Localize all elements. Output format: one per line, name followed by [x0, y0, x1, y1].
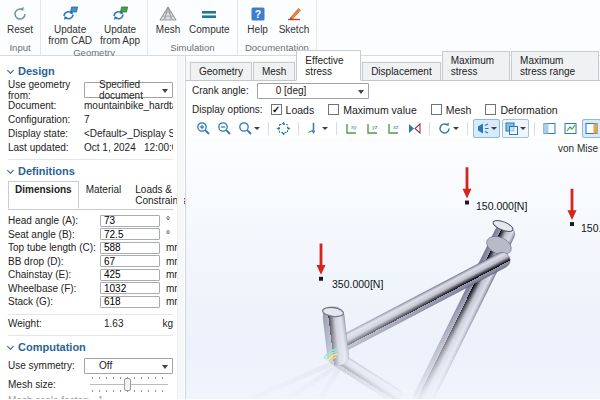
- divider: [534, 122, 535, 135]
- mesh-label: Mesh: [446, 104, 472, 116]
- slider-ticks: [92, 390, 166, 392]
- computation-section-header[interactable]: Computation: [8, 341, 173, 353]
- group-label-input: Input: [3, 41, 37, 55]
- head-angle-field[interactable]: [100, 215, 160, 227]
- update-from-app-button[interactable]: Update from App: [96, 2, 144, 46]
- rotate-view-icon[interactable]: [435, 119, 462, 138]
- checkbox-deformation[interactable]: Deformation: [485, 104, 557, 116]
- wheelbase-label: Wheelbase (F):: [8, 283, 100, 294]
- unit-label: kg: [162, 318, 173, 329]
- use-symmetry-select[interactable]: Off: [84, 358, 173, 374]
- loads-label: Loads: [286, 104, 315, 116]
- mesh-scale-factor-value: 1: [98, 395, 104, 399]
- view-xz-icon[interactable]: xz: [384, 119, 403, 138]
- update-from-cad-button[interactable]: Update from CAD: [44, 2, 96, 46]
- reset-icon: [11, 4, 29, 24]
- load-arrow-350N: [317, 244, 326, 275]
- design-section-header[interactable]: Design: [8, 65, 173, 77]
- panel-plot-icon[interactable]: [561, 119, 580, 138]
- chainstay-field[interactable]: [100, 269, 160, 281]
- svg-text:xz: xz: [393, 124, 399, 130]
- use-symmetry-label: Use symmetry:: [8, 360, 84, 371]
- divider: [298, 122, 299, 135]
- svg-text:yz: yz: [372, 124, 378, 130]
- tab-maximum-stress[interactable]: Maximum stress: [442, 51, 510, 80]
- panel-split-icon[interactable]: [540, 119, 559, 138]
- checkbox-loads[interactable]: ✓ Loads: [271, 104, 315, 116]
- crank-angle-select[interactable]: 0 [deg]: [257, 83, 369, 99]
- collapse-chevron-icon: [7, 342, 14, 349]
- load-arrow-150N-right: [568, 189, 577, 220]
- zoom-out-icon[interactable]: [215, 119, 234, 138]
- tab-geometry[interactable]: Geometry: [190, 62, 252, 80]
- mesh-size-slider[interactable]: [90, 376, 168, 393]
- stack-field[interactable]: [100, 296, 160, 308]
- update-from-app-icon: [110, 4, 130, 24]
- zoom-in-icon[interactable]: [194, 119, 213, 138]
- load-label-350N: 350.000[N]: [332, 278, 383, 290]
- tab-displacement[interactable]: Displacement: [362, 62, 441, 80]
- zoom-extents-icon[interactable]: [274, 119, 293, 138]
- panel-colorbar-icon[interactable]: [582, 119, 600, 138]
- crank-angle-label: Crank angle:: [192, 85, 249, 96]
- load-points: [319, 201, 574, 281]
- display-options-label: Display options:: [192, 104, 263, 115]
- tab-dimensions[interactable]: Dimensions: [8, 181, 79, 209]
- load-arrows: [317, 167, 577, 275]
- definitions-section-header[interactable]: Definitions: [8, 165, 173, 177]
- divider: [336, 122, 337, 135]
- divider: [8, 335, 173, 336]
- head-angle-label: Head angle (A):: [8, 215, 100, 226]
- maximum-value-label: Maximum value: [343, 104, 417, 116]
- checkbox-mesh[interactable]: Mesh: [431, 104, 472, 116]
- stack-label: Stack (G):: [8, 296, 100, 307]
- chevron-down-icon: [322, 127, 328, 130]
- chevron-down-icon: [491, 127, 497, 130]
- bb-drop-field[interactable]: [100, 255, 160, 267]
- sketch-button[interactable]: Sketch: [275, 2, 314, 35]
- ribbon-group-documentation: ? Help Sketch Documentation: [238, 0, 318, 55]
- wheelbase-field[interactable]: [100, 282, 160, 294]
- seat-angle-field[interactable]: [100, 228, 160, 240]
- chevron-down-icon: [162, 365, 168, 369]
- reset-button[interactable]: Reset: [3, 2, 37, 35]
- zoom-box-icon[interactable]: [236, 119, 263, 138]
- load-arrow-150N-left: [463, 167, 472, 198]
- mesh-button[interactable]: Mesh: [151, 2, 185, 35]
- checkbox-maximum-value[interactable]: Maximum value: [328, 104, 417, 116]
- definitions-title: Definitions: [18, 165, 75, 177]
- mesh-icon: [158, 4, 178, 24]
- tab-maximum-stress-range[interactable]: Maximum stress range: [511, 51, 599, 80]
- tab-mesh[interactable]: Mesh: [253, 62, 295, 80]
- use-geometry-from-select[interactable]: Specified document: [84, 82, 173, 98]
- divider: [8, 159, 173, 160]
- sketch-icon: [285, 4, 303, 24]
- document-value: mountainbike_hardtail.SLDPRT: [84, 100, 173, 111]
- ribbon-group-simulation: Mesh Compute Simulation: [148, 0, 238, 55]
- last-updated-label: Last updated:: [8, 142, 84, 153]
- depth-fade: [186, 285, 600, 399]
- top-tube-length-label: Top tube length (C):: [8, 242, 100, 253]
- checkbox-unchecked-icon: [485, 104, 496, 115]
- panel-scrollbar[interactable]: [177, 56, 184, 399]
- tab-material[interactable]: Material: [79, 181, 129, 209]
- mirror-view-icon[interactable]: [405, 119, 424, 138]
- use-symmetry-value: Off: [99, 360, 112, 371]
- divider: [429, 122, 430, 135]
- unit-label: °: [166, 229, 170, 240]
- scene-light-icon[interactable]: [473, 119, 500, 138]
- plot-title: von Mise: [558, 143, 598, 154]
- compute-button[interactable]: Compute: [185, 2, 234, 35]
- help-button[interactable]: ? Help: [241, 2, 275, 35]
- top-tube-length-field[interactable]: [100, 242, 160, 254]
- chainstay-label: Chainstay (E):: [8, 269, 100, 280]
- configuration-value: 7: [84, 114, 90, 125]
- view-xy-icon[interactable]: xy: [342, 119, 361, 138]
- tab-effective-stress[interactable]: Effective stress: [296, 50, 361, 81]
- graphics-canvas[interactable]: von Mise 350.000[N] 150.000[N] 150.0: [186, 138, 600, 399]
- go-to-default-view-icon[interactable]: [304, 119, 331, 138]
- view-yz-icon[interactable]: yz: [363, 119, 382, 138]
- transparency-icon[interactable]: [502, 119, 529, 138]
- document-label: Document:: [8, 100, 84, 111]
- load-label-150N-left: 150.000[N]: [476, 200, 527, 212]
